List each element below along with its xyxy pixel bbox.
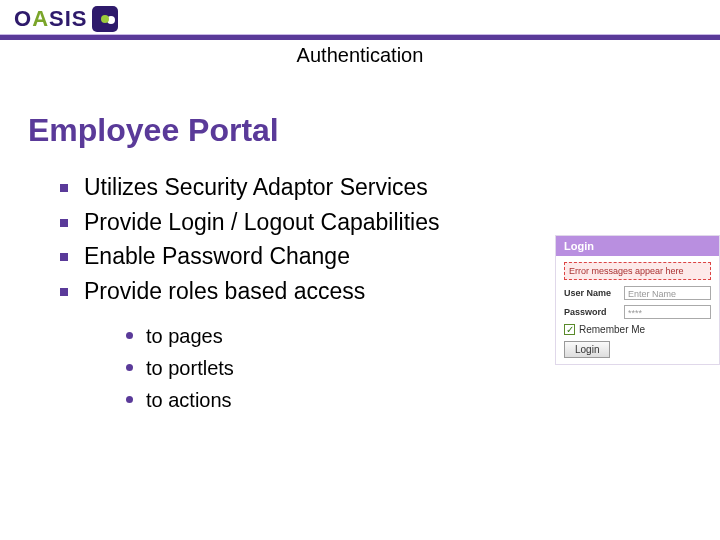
- list-item-text: to actions: [146, 389, 232, 411]
- oasis-logo: OASIS: [14, 6, 118, 32]
- password-input[interactable]: ****: [624, 305, 711, 319]
- list-item-text: to portlets: [146, 357, 234, 379]
- list-item-text: Provide Login / Logout Capabilities: [84, 209, 439, 235]
- list-item-text: Enable Password Change: [84, 243, 350, 269]
- list-item: to actions: [126, 384, 439, 416]
- page-title: Employee Portal: [28, 112, 279, 149]
- login-panel: Login Error messages appear here User Na…: [555, 235, 720, 365]
- username-label: User Name: [564, 288, 620, 298]
- username-input[interactable]: Enter Name: [624, 286, 711, 300]
- header-subtitle: Authentication: [0, 44, 720, 67]
- list-item: Provide roles based access to pages to p…: [60, 274, 439, 417]
- remember-me-label: Remember Me: [579, 324, 645, 335]
- list-item: Utilizes Security Adaptor Services: [60, 170, 439, 205]
- logo-text: OASIS: [14, 6, 88, 32]
- remember-me-checkbox[interactable]: ✓: [564, 324, 575, 335]
- header-divider: [0, 34, 720, 40]
- login-error-message: Error messages appear here: [564, 262, 711, 280]
- list-item: to pages: [126, 320, 439, 352]
- login-panel-title: Login: [556, 236, 719, 256]
- list-item: Provide Login / Logout Capabilities: [60, 205, 439, 240]
- sub-bullet-list: to pages to portlets to actions: [126, 320, 439, 416]
- list-item: to portlets: [126, 352, 439, 384]
- list-item-text: Utilizes Security Adaptor Services: [84, 174, 428, 200]
- main-bullet-list: Utilizes Security Adaptor Services Provi…: [60, 170, 439, 416]
- list-item: Enable Password Change: [60, 239, 439, 274]
- login-button[interactable]: Login: [564, 341, 610, 358]
- list-item-text: to pages: [146, 325, 223, 347]
- list-item-text: Provide roles based access: [84, 278, 365, 304]
- logo-mark-icon: [92, 6, 118, 32]
- password-label: Password: [564, 307, 620, 317]
